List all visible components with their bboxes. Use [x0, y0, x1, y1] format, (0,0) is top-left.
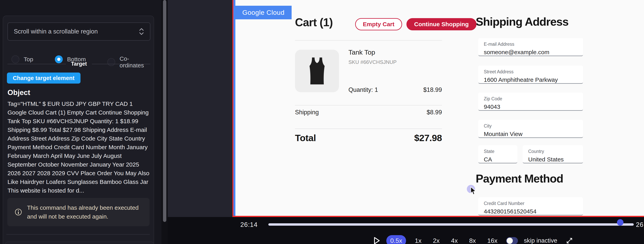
email-field[interactable]: E-mail Address someone@example.com	[478, 38, 583, 56]
play-icon[interactable]	[373, 237, 380, 244]
object-heading: Object	[8, 88, 30, 97]
speed-option-2x[interactable]: 2x	[430, 235, 442, 244]
skip-inactive-toggle[interactable]	[506, 237, 518, 244]
command-type-select[interactable]: Scroll within a scrollable region	[8, 22, 150, 41]
skip-inactive-label: skip inactive	[524, 237, 557, 244]
state-field[interactable]: State CA	[478, 145, 517, 163]
city-field-value: Mountain View	[484, 131, 583, 137]
divider	[6, 234, 150, 235]
command-panel: Scroll within a scrollable region Top Bo…	[3, 15, 154, 244]
element-highlight-edge	[234, 0, 236, 217]
speed-option-16x[interactable]: 16x	[484, 235, 500, 244]
command-sidebar: Scroll within a scrollable region Top Bo…	[0, 0, 162, 244]
cart-title: Cart (1)	[295, 16, 333, 29]
country-field[interactable]: Country United States	[523, 145, 583, 163]
street-field-label: Street Address	[484, 69, 583, 74]
sidebar-scrollbar	[162, 0, 168, 244]
city-field-label: City	[484, 123, 583, 129]
speed-option-1x[interactable]: 1x	[412, 235, 424, 244]
sidebar-scrollbar-thumb[interactable]	[163, 0, 166, 222]
email-field-value: someone@example.com	[484, 49, 583, 56]
replay-player-bar: 26:14 26:15 0.5x 1x 2x 4x 8x 16x skip in…	[168, 217, 644, 244]
street-field-value: 1600 Amphitheatre Parkway	[484, 76, 583, 83]
divider-line	[8, 64, 66, 64]
product-sku: SKU #66VCHSJNUP	[348, 59, 396, 65]
continue-shopping-button[interactable]: Continue Shopping	[406, 18, 476, 30]
zip-field-value: 94043	[484, 103, 583, 110]
total-row: Total $27.98	[295, 132, 442, 143]
quantity-price-row: Quantity: 1 $18.99	[348, 86, 442, 93]
command-executed-notice: This command has already been executed a…	[7, 198, 150, 226]
item-price: $18.99	[423, 86, 442, 93]
google-cloud-logo-text: Google Cloud	[242, 9, 284, 16]
current-time: 26:14	[240, 221, 258, 229]
player-controls: 0.5x 1x 2x 4x 8x 16x skip inactive	[373, 235, 573, 244]
speed-option-4x[interactable]: 4x	[448, 235, 460, 244]
state-field-value: CA	[484, 156, 517, 163]
fullscreen-icon[interactable]	[566, 237, 573, 244]
zip-code-field[interactable]: Zip Code 94043	[478, 93, 583, 111]
info-icon	[15, 209, 22, 216]
end-time: 26:15	[636, 221, 644, 229]
cart-actions: Empty Cart Continue Shopping	[355, 18, 476, 30]
email-field-label: E-mail Address	[484, 42, 583, 47]
app-screen: Scroll within a scrollable region Top Bo…	[0, 0, 644, 244]
credit-card-value: 4432801561520454	[484, 208, 583, 215]
shipping-address-heading: Shipping Address	[476, 15, 568, 28]
tank-top-illustration	[303, 56, 331, 86]
product-name: Tank Top	[348, 48, 375, 56]
credit-card-label: Credit Card Number	[484, 201, 583, 206]
divider	[295, 40, 442, 41]
shipping-label: Shipping	[295, 109, 319, 116]
progress-thumb[interactable]	[617, 219, 624, 226]
replay-viewport: Google Cloud Cart (1) Empty Cart Continu…	[232, 0, 644, 217]
quantity-label: Quantity: 1	[348, 86, 378, 93]
next-section-card[interactable]	[5, 242, 154, 244]
credit-card-field[interactable]: Credit Card Number 4432801561520454	[478, 197, 583, 216]
speed-option-0-5x[interactable]: 0.5x	[386, 235, 406, 244]
target-section-label: Target	[71, 61, 87, 67]
state-field-label: State	[484, 149, 517, 154]
change-target-button[interactable]: Change target element	[7, 72, 80, 84]
country-field-value: United States	[528, 156, 583, 163]
shipping-row: Shipping $8.99	[295, 109, 442, 116]
total-price: $27.98	[414, 132, 442, 143]
shipping-price: $8.99	[426, 109, 442, 116]
toggle-knob	[507, 238, 513, 244]
empty-cart-button[interactable]: Empty Cart	[355, 18, 402, 30]
country-field-label: Country	[528, 149, 583, 154]
divider	[295, 105, 442, 105]
google-cloud-badge: Google Cloud	[234, 6, 292, 19]
command-executed-text: This command has already been executed a…	[27, 203, 140, 221]
zip-field-label: Zip Code	[484, 96, 583, 101]
product-image-tank-top	[295, 50, 339, 92]
mouse-cursor-icon	[470, 187, 477, 196]
divider	[295, 129, 442, 129]
divider-line	[92, 64, 150, 64]
command-type-value: Scroll within a scrollable region	[14, 28, 139, 35]
payment-method-heading: Payment Method	[476, 172, 563, 185]
target-section-divider: Target	[8, 61, 150, 67]
object-description-text: Tag="HTML" $ EUR USD JPY GBP TRY CAD 1 G…	[8, 100, 151, 195]
total-label: Total	[295, 132, 316, 143]
speed-option-8x[interactable]: 8x	[466, 235, 479, 244]
progress-track[interactable]	[268, 223, 634, 226]
street-address-field[interactable]: Street Address 1600 Amphitheatre Parkway	[478, 66, 583, 84]
chevron-up-down-icon	[139, 27, 144, 35]
city-field[interactable]: City Mountain View	[478, 120, 583, 138]
